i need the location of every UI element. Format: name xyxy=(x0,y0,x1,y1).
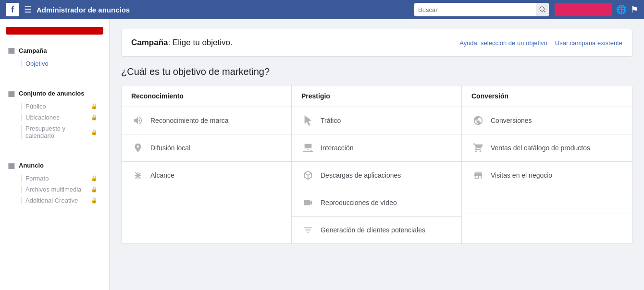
obj-empty-2 xyxy=(462,214,632,239)
obj-ventas-catalogo-label: Ventas del catálogo de productos xyxy=(491,144,590,152)
col-prestigio: Tráfico Interacción Descar xyxy=(292,107,462,243)
sidebar-campaign-header: ▦ Campaña xyxy=(8,46,101,55)
col-header-conversion: Conversión xyxy=(462,85,632,107)
lock-icon-ubicaciones: 🔒 xyxy=(91,114,98,121)
campaign-links: Ayuda: selección de un objetivo Usar cam… xyxy=(459,39,622,47)
col-reconocimiento: Reconocimiento de marca Difusión local xyxy=(122,107,292,243)
topbar-actions: 🌐 ⚑ xyxy=(555,3,638,16)
help-link[interactable]: Ayuda: selección de un objetivo xyxy=(459,39,547,47)
globe-icon xyxy=(471,114,485,127)
cart-icon xyxy=(471,141,485,155)
search-button[interactable] xyxy=(536,3,549,16)
search-input[interactable] xyxy=(414,3,536,16)
existing-campaign-link[interactable]: Usar campaña existente xyxy=(555,39,622,47)
obj-reconocimiento-marca-label: Reconocimiento de marca xyxy=(150,117,229,124)
objective-table-header: Reconocimiento Prestigio Conversión xyxy=(122,85,632,107)
video-icon xyxy=(301,196,315,209)
col-header-prestigio: Prestigio xyxy=(292,85,462,107)
sidebar-campaign-section: ▦ Campaña Objetivo xyxy=(0,42,109,73)
obj-interaccion-label: Interacción xyxy=(321,144,353,152)
sidebar-item-archivos[interactable]: Archivos multimedia 🔒 xyxy=(8,184,101,195)
lock-icon-publico: 🔒 xyxy=(91,103,98,109)
globe-icon[interactable]: 🌐 xyxy=(616,4,627,15)
obj-trafico-label: Tráfico xyxy=(321,117,341,124)
lock-icon-presupuesto: 🔒 xyxy=(91,129,98,135)
obj-video[interactable]: Reproducciones de vídeo xyxy=(292,189,461,217)
ad-grid-icon: ▦ xyxy=(8,161,15,170)
lock-icon-archivos: 🔒 xyxy=(91,186,98,193)
obj-clientes-potenciales-label: Generación de clientes potenciales xyxy=(321,226,425,234)
store-icon xyxy=(471,169,485,182)
sidebar-ad-section: ▦ Anuncio Formato 🔒 Archivos multimedia … xyxy=(0,157,109,210)
obj-video-label: Reproducciones de vídeo xyxy=(321,199,397,206)
sidebar-adset-section: ▦ Conjunto de anuncios Público 🔒 Ubicaci… xyxy=(0,85,109,145)
sidebar: ▦ Campaña Objetivo ▦ Conjunto de anuncio… xyxy=(0,19,110,290)
campaign-title: Campaña: Elige tu objetivo. xyxy=(131,38,233,48)
obj-conversiones-label: Conversiones xyxy=(491,117,532,124)
create-campaign-button[interactable] xyxy=(555,3,612,16)
fb-logo: f xyxy=(6,3,19,16)
search-box xyxy=(414,3,549,16)
obj-conversiones[interactable]: Conversiones xyxy=(462,107,632,134)
campaign-header: Campaña: Elige tu objetivo. Ayuda: selec… xyxy=(121,29,632,57)
adset-grid-icon: ▦ xyxy=(8,89,15,98)
obj-empty-1 xyxy=(462,189,632,214)
flag-icon[interactable]: ⚑ xyxy=(631,4,638,15)
col-header-reconocimiento: Reconocimiento xyxy=(122,85,292,107)
objective-question: ¿Cuál es tu objetivo de marketing? xyxy=(121,66,632,77)
megaphone-icon xyxy=(131,114,145,127)
main-content: Campaña: Elige tu objetivo. Ayuda: selec… xyxy=(110,19,644,290)
sidebar-ad-header: ▦ Anuncio xyxy=(8,161,101,170)
obj-visitas-negocio[interactable]: Visitas en el negocio xyxy=(462,162,632,189)
screen-icon xyxy=(301,141,315,155)
objective-section: ¿Cuál es tu objetivo de marketing? Recon… xyxy=(121,66,632,244)
sidebar-item-additional[interactable]: Additional Creative 🔒 xyxy=(8,195,101,206)
obj-visitas-negocio-label: Visitas en el negocio xyxy=(491,171,552,179)
sidebar-item-objetivo[interactable]: Objetivo xyxy=(8,58,101,69)
obj-alcance[interactable]: Alcance xyxy=(122,162,291,189)
obj-reconocimiento-marca[interactable]: Reconocimiento de marca xyxy=(122,107,291,134)
sidebar-create-button[interactable] xyxy=(6,27,103,35)
sidebar-item-ubicaciones[interactable]: Ubicaciones 🔒 xyxy=(8,112,101,123)
col-conversion: Conversiones Ventas del catálogo de prod… xyxy=(462,107,632,243)
campaign-grid-icon: ▦ xyxy=(8,46,15,55)
funnel-icon xyxy=(301,223,315,237)
obj-difusion-local[interactable]: Difusión local xyxy=(122,134,291,162)
obj-trafico[interactable]: Tráfico xyxy=(292,107,461,134)
layout: ▦ Campaña Objetivo ▦ Conjunto de anuncio… xyxy=(0,19,644,290)
obj-descargas-app-label: Descargas de aplicaciones xyxy=(321,171,401,179)
location-icon xyxy=(131,141,145,155)
obj-alcance-label: Alcance xyxy=(150,171,174,179)
obj-interaccion[interactable]: Interacción xyxy=(292,134,461,162)
obj-clientes-potenciales[interactable]: Generación de clientes potenciales xyxy=(292,217,461,243)
obj-ventas-catalogo[interactable]: Ventas del catálogo de productos xyxy=(462,134,632,162)
cube-icon xyxy=(301,169,315,182)
app-title: Administrador de anuncios xyxy=(37,6,414,14)
obj-difusion-local-label: Difusión local xyxy=(150,144,190,152)
objective-table-body: Reconocimiento de marca Difusión local xyxy=(122,107,632,243)
lock-icon-formato: 🔒 xyxy=(91,175,98,181)
sidebar-item-formato[interactable]: Formato 🔒 xyxy=(8,173,101,184)
menu-icon[interactable]: ☰ xyxy=(24,4,32,15)
objective-table: Reconocimiento Prestigio Conversión Reco… xyxy=(121,85,632,244)
sidebar-item-publico[interactable]: Público 🔒 xyxy=(8,101,101,112)
topbar: f ☰ Administrador de anuncios 🌐 ⚑ xyxy=(0,0,644,19)
cursor-icon xyxy=(301,114,315,127)
asterisk-icon xyxy=(131,169,145,182)
obj-descargas-app[interactable]: Descargas de aplicaciones xyxy=(292,162,461,189)
lock-icon-additional: 🔒 xyxy=(91,197,98,204)
sidebar-item-presupuesto[interactable]: Presupuesto y calendario 🔒 xyxy=(8,123,101,141)
sidebar-adset-header: ▦ Conjunto de anuncios xyxy=(8,89,101,98)
